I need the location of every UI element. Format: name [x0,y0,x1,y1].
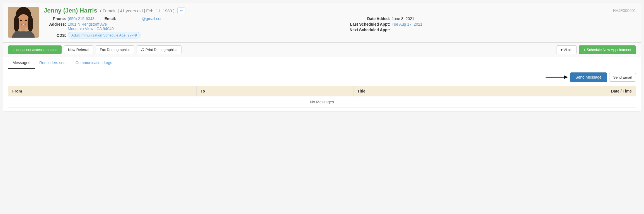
svg-point-5 [20,20,22,21]
address-row: Address: 1001 N Rengstorff Ave Mountain … [44,22,334,31]
tab-communication-logs[interactable]: Communication Logs [71,57,117,69]
next-appt-label: Next Scheduled Appt: [345,28,390,32]
date-added-value: June 8, 2021 [392,16,414,21]
patient-header: Jenny (Jen) Harris ( Female | 41 years o… [3,3,641,43]
table-body: No Messages [8,96,636,108]
tab-reminders[interactable]: Reminders sent [35,57,71,69]
next-appt-row: Next Scheduled Appt: [345,28,636,32]
col-datetime-header: Date / Time [479,86,636,96]
email-domain: @gmail.com [142,16,164,21]
patient-name-row: Jenny (Jen) Harris ( Female | 41 years o… [44,7,636,14]
onpatient-access-button[interactable]: ✓ onpatient access enabled [8,45,62,54]
col-to-header: To [197,86,354,96]
svg-point-4 [28,15,33,32]
patient-id: HAJE000001 [613,8,636,13]
patient-demographics: ( Female | 41 years old | Feb. 11, 1980 … [100,8,175,13]
address-value: 1001 N Rengstorff Ave Mountain View , CA… [68,22,114,31]
email-label: Email: [105,16,116,21]
messages-table: From To Title Date / Time No Messages [8,86,636,108]
info-right: Date Added: June 8, 2021 Last Scheduled … [345,16,636,38]
last-appt-row: Last Scheduled Appt: Tue Aug 17, 2021 [345,22,636,26]
cds-badge: Adult Immunization Schedule Age: 27-49 [68,32,141,38]
edit-patient-button[interactable]: ✏ [177,8,185,14]
arrow-icon [546,74,568,81]
tabs-bar: Messages Reminders sent Communication Lo… [3,57,641,69]
empty-row: No Messages [8,96,636,108]
patient-info: Jenny (Jen) Harris ( Female | 41 years o… [44,7,636,38]
fax-demographics-button[interactable]: Fax Demographics [96,45,134,54]
empty-message: No Messages [8,96,636,108]
send-email-button[interactable]: Send Email [609,73,636,82]
date-added-label: Date Added: [345,16,390,21]
messages-toolbar: Send Message Send Email [8,72,636,82]
patient-photo [8,7,39,38]
tab-messages[interactable]: Messages [8,57,35,69]
phone-value: (650) 215-6343 [68,16,95,21]
vitals-button[interactable]: ♥ Vitals [556,45,577,54]
svg-point-6 [25,20,27,21]
col-from-header: From [8,86,197,96]
date-added-row: Date Added: June 8, 2021 [345,16,636,21]
cds-row: CDS: Adult Immunization Schedule Age: 27… [44,32,334,38]
last-appt-value: Tue Aug 17, 2021 [392,22,422,26]
table-header: From To Title Date / Time [8,86,636,96]
info-grid: Phone: (650) 215-6343 Email: @gmail.com … [44,16,636,38]
cds-label: CDS: [44,33,66,38]
send-message-button[interactable]: Send Message [570,72,607,82]
new-referral-button[interactable]: New Referral [64,45,93,54]
phone-label: Phone: [44,16,66,21]
action-bar: ✓ onpatient access enabled New Referral … [3,43,641,57]
patient-name: Jenny (Jen) Harris [44,7,97,14]
svg-marker-10 [564,75,568,79]
print-demographics-button[interactable]: 🖨 Print Demographics [137,45,181,54]
last-appt-label: Last Scheduled Appt: [345,22,390,26]
messages-area: Send Message Send Email From To Title Da… [3,69,641,111]
address-label: Address: [44,22,66,26]
table-header-row: From To Title Date / Time [8,86,636,96]
schedule-appointment-button[interactable]: + Schedule New Appointment [579,45,636,54]
arrow-indicator [546,74,568,81]
patient-page: Jenny (Jen) Harris ( Female | 41 years o… [3,3,641,111]
phone-row: Phone: (650) 215-6343 Email: @gmail.com [44,16,334,21]
info-left: Phone: (650) 215-6343 Email: @gmail.com … [44,16,334,38]
svg-point-3 [14,15,19,32]
col-title-header: Title [354,86,479,96]
